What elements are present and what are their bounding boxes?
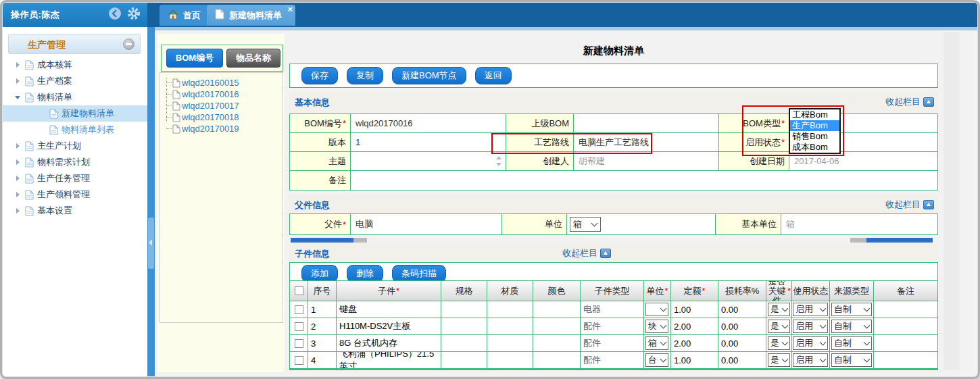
expand-arrow-icon[interactable]: [15, 94, 24, 101]
child-name-cell[interactable]: 飞利浦（PHILIPS）21.5英寸: [337, 352, 441, 369]
row-checkbox[interactable]: [295, 339, 303, 348]
sidebar-item[interactable]: 基本设置: [1, 203, 147, 219]
expand-arrow-icon[interactable]: [15, 143, 24, 149]
parent-collapse-link[interactable]: 收起栏目: [885, 199, 934, 211]
sidebar-item[interactable]: 物料清单列表: [1, 122, 147, 138]
tab-new-bom[interactable]: 新建物料清单: [207, 5, 295, 26]
horizontal-scrollbar-right[interactable]: [850, 238, 933, 243]
bom-tree-item[interactable]: wlqd20170019: [160, 123, 283, 134]
material-cell[interactable]: [487, 335, 533, 352]
use-status-select[interactable]: 启用: [793, 353, 828, 367]
expand-arrow-icon[interactable]: [15, 78, 24, 84]
unit-select[interactable]: [645, 303, 668, 316]
material-cell[interactable]: [487, 352, 533, 369]
dropdown-option[interactable]: 工程Bom: [790, 109, 839, 120]
sidebar-item[interactable]: 主生产计划: [1, 138, 147, 154]
scrollbar-thumb[interactable]: [866, 238, 933, 243]
material-cell[interactable]: [487, 301, 533, 318]
splitter-collapse-handle[interactable]: [148, 218, 154, 269]
use-status-select[interactable]: 启用: [793, 303, 828, 316]
bom-tree-item[interactable]: wlqd20170016: [160, 89, 283, 100]
key-part-select[interactable]: 是: [768, 303, 790, 316]
bom-tree-item[interactable]: wlqd20170017: [160, 100, 283, 111]
child-name-cell[interactable]: H110M-DS2V主板: [337, 318, 441, 335]
note-cell[interactable]: [874, 318, 937, 335]
use-status-select[interactable]: 启用: [793, 320, 828, 333]
child-name-cell[interactable]: 8G 台式机内存: [337, 335, 441, 352]
subject-value[interactable]: [351, 152, 506, 171]
source-type-select[interactable]: 自制: [831, 336, 872, 350]
expand-arrow-icon[interactable]: [15, 159, 24, 166]
unit-select[interactable]: 箱: [570, 217, 601, 232]
dropdown-option[interactable]: 销售Bom: [790, 131, 839, 142]
expand-arrow-icon[interactable]: [39, 110, 48, 117]
version-value[interactable]: 1: [351, 133, 506, 152]
collapse-minus-icon[interactable]: [123, 39, 134, 50]
spinner-icon[interactable]: [495, 155, 502, 168]
sidebar-item[interactable]: 物料需求计划: [1, 154, 147, 170]
parent-part-value[interactable]: 电脑: [351, 214, 502, 234]
quota-cell[interactable]: 1.00: [671, 301, 718, 318]
vertical-scrollbar[interactable]: [944, 32, 960, 370]
bom-tree-item[interactable]: wlqd20170018: [160, 111, 283, 123]
note-cell[interactable]: [874, 352, 937, 369]
copy-button[interactable]: 复制: [347, 67, 383, 84]
unit-select[interactable]: 台: [645, 353, 668, 367]
remark-value[interactable]: [351, 171, 937, 190]
gear-icon[interactable]: [127, 7, 141, 20]
back-button[interactable]: 返回: [475, 67, 512, 84]
sidebar-item[interactable]: 物料清单: [1, 89, 147, 105]
sidebar-item[interactable]: 新建物料清单: [1, 105, 147, 122]
child-name-cell[interactable]: 键盘: [337, 301, 441, 318]
child-collapse-link[interactable]: 收起栏目: [562, 247, 611, 259]
unit-select[interactable]: 块: [645, 320, 668, 333]
material-cell[interactable]: [487, 318, 533, 335]
use-status-select[interactable]: 启用: [793, 336, 828, 350]
loss-rate-cell[interactable]: 0.00: [718, 301, 766, 318]
key-part-select[interactable]: 是: [768, 320, 790, 333]
color-cell[interactable]: [533, 335, 581, 352]
expand-arrow-icon[interactable]: [15, 175, 24, 182]
dropdown-option[interactable]: 生产Bom: [790, 120, 839, 131]
dropdown-option[interactable]: 成本Bom: [790, 142, 839, 153]
note-cell[interactable]: [874, 335, 937, 352]
sidebar-item[interactable]: 生产任务管理: [1, 170, 147, 186]
loss-rate-cell[interactable]: 0.00: [718, 352, 766, 369]
source-type-select[interactable]: 自制: [831, 353, 872, 367]
sidebar-item[interactable]: 生产领料管理: [1, 186, 147, 203]
source-type-select[interactable]: 自制: [831, 303, 872, 316]
expand-arrow-icon[interactable]: [39, 126, 48, 133]
basic-collapse-link[interactable]: 收起栏目: [885, 96, 934, 108]
bom-tree-item[interactable]: wlqd20160015: [160, 77, 283, 89]
expand-arrow-icon[interactable]: [15, 191, 24, 198]
close-icon[interactable]: [287, 5, 293, 14]
bom-number-tab-button[interactable]: BOM编号: [166, 49, 223, 68]
row-checkbox[interactable]: [295, 305, 303, 314]
back-circle-icon[interactable]: [108, 7, 122, 20]
unit-select[interactable]: 箱: [645, 336, 668, 350]
tab-home[interactable]: 首页: [160, 5, 209, 26]
save-button[interactable]: 保存: [301, 67, 338, 84]
note-cell[interactable]: [874, 301, 937, 318]
quota-cell[interactable]: 2.00: [671, 318, 718, 335]
quota-cell[interactable]: 1.00: [671, 352, 718, 369]
parent-bom-value[interactable]: [574, 114, 719, 133]
spec-cell[interactable]: [441, 335, 487, 352]
route-value[interactable]: 电脑生产工艺路线: [574, 133, 719, 152]
color-cell[interactable]: [533, 352, 581, 369]
quota-cell[interactable]: 2.00: [671, 335, 718, 352]
item-name-tab-button[interactable]: 物品名称: [226, 49, 280, 68]
source-type-select[interactable]: 自制: [831, 320, 872, 333]
scrollbar-thumb[interactable]: [291, 238, 353, 243]
select-all-checkbox[interactable]: [295, 286, 303, 295]
horizontal-scrollbar-left[interactable]: [291, 238, 367, 243]
key-part-select[interactable]: 是: [768, 336, 790, 350]
row-checkbox[interactable]: [295, 356, 303, 365]
expand-arrow-icon[interactable]: [15, 61, 24, 68]
color-cell[interactable]: [533, 318, 581, 335]
spec-cell[interactable]: [441, 301, 487, 318]
sidebar-item[interactable]: 生产档案: [1, 73, 147, 89]
expand-arrow-icon[interactable]: [15, 207, 24, 214]
color-cell[interactable]: [533, 301, 581, 318]
key-part-select[interactable]: 是: [768, 353, 790, 367]
